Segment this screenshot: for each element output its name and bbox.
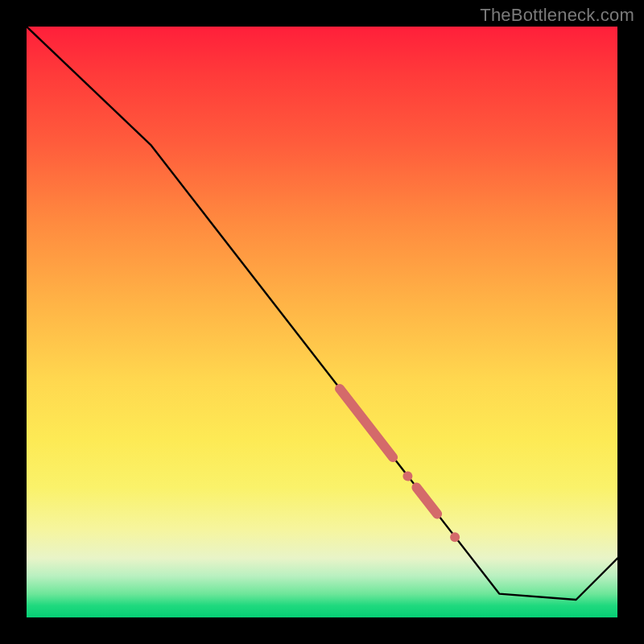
- dot-2: [450, 532, 460, 542]
- dot-1: [402, 472, 412, 481]
- segment-thick-1: [340, 389, 393, 457]
- chart-wrapper: TheBottleneck.com [0,21,80,93,100] [100,…: [0, 0, 644, 644]
- bottleneck-curve-line: [27, 27, 617, 600]
- chart-svg: [27, 27, 617, 617]
- segment-thick-2: [416, 488, 437, 514]
- watermark-text: TheBottleneck.com: [480, 5, 634, 26]
